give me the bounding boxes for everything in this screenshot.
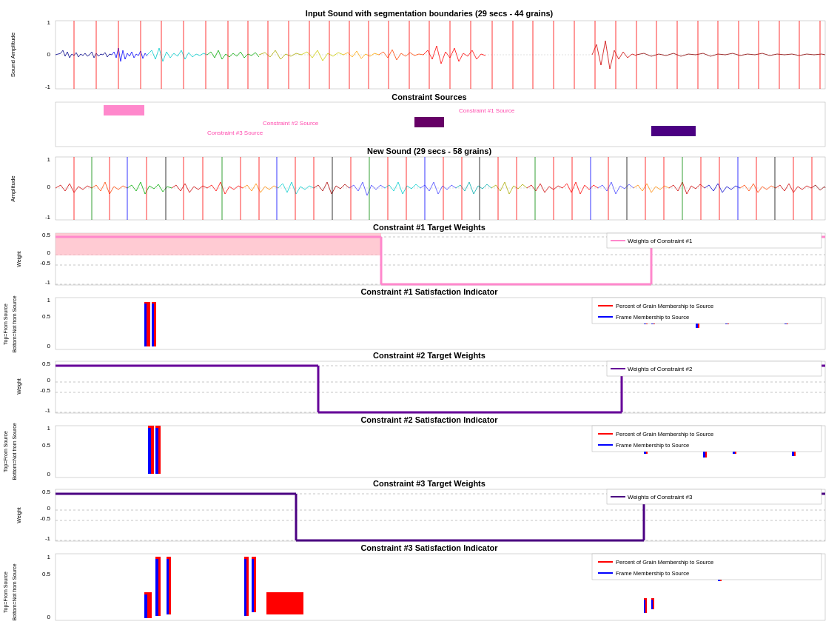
y-label-1: Sound Amplitude — [10, 32, 16, 77]
y-label-3: Amplitude — [10, 175, 16, 202]
c3-sat-blue-1 — [155, 559, 158, 616]
y-axis-3-mid: 0 — [47, 184, 51, 190]
c3-sat-red-6 — [266, 592, 303, 614]
c2-sat-legend-frame: Frame Membership to Source — [616, 442, 689, 449]
y8-m1: -1 — [45, 535, 51, 542]
c3-sat-blue-4 — [244, 559, 246, 616]
y8-m05: -0.5 — [40, 515, 50, 522]
chart4-title: Constraint #1 Target Weights — [373, 223, 485, 232]
chart1-title: Input Sound with segmentation boundaries… — [306, 9, 554, 18]
c1-sat-blue-1 — [144, 304, 147, 346]
y-label-9b: Bottom=Not from Source — [12, 563, 17, 620]
y5-05: 0.5 — [42, 313, 51, 320]
c3-source-label: Constraint #3 Source — [207, 130, 263, 136]
c1-sat-legend-grain: Percent of Grain Membership to Source — [616, 303, 713, 309]
y-axis-1-mid: 0 — [47, 51, 51, 58]
y-label-7a: Top=From Source — [3, 431, 9, 472]
y-label-7b: Bottom=Not from Source — [12, 423, 17, 480]
c3-sat-legend-frame: Frame Membership to Source — [616, 570, 689, 577]
c2-sat-legend-grain: Percent of Grain Membership to Source — [616, 431, 713, 438]
chart2-title: Constraint Sources — [392, 93, 466, 101]
y5-0: 0 — [47, 343, 51, 349]
c3-legend-label: Weights of Constraint #3 — [628, 494, 693, 500]
c2-sat-blue-1 — [148, 428, 151, 474]
c1-source-label: Constraint #1 Source — [459, 107, 515, 114]
y6-0: 0 — [47, 377, 51, 383]
y7-05: 0.5 — [42, 442, 51, 449]
y-label-5a: Top=From Source — [3, 304, 9, 345]
y6-05: 0.5 — [42, 361, 51, 367]
y5-1: 1 — [47, 297, 51, 304]
y-axis-1-bot: -1 — [45, 84, 51, 90]
chart9-title: Constraint #3 Satisfaction Indicator — [360, 543, 498, 552]
y-axis-1-top: 1 — [47, 19, 51, 26]
c1-sat-blue-2 — [152, 304, 154, 346]
y4-m1: -1 — [45, 279, 51, 286]
chart3-title: New Sound (29 secs - 58 grains) — [367, 147, 491, 155]
c1-sat-legend-frame: Frame Membership to Source — [616, 314, 689, 321]
c3-sat-legend-grain: Percent of Grain Membership to Source — [616, 559, 713, 566]
y-label-4: Weight — [16, 251, 22, 267]
constraint3-source-bar — [651, 126, 696, 136]
y4-0: 0 — [47, 249, 51, 256]
c3-sat-blue-bot-1 — [644, 600, 645, 613]
svg-rect-41 — [56, 157, 825, 220]
chart5-title: Constraint #1 Satisfaction Indicator — [360, 287, 498, 296]
y8-05: 0.5 — [42, 489, 51, 495]
y9-0: 0 — [47, 614, 51, 620]
constraint1-source-bar — [104, 105, 144, 115]
c3-sat-blue-bot-2 — [651, 600, 653, 609]
y7-0: 0 — [47, 471, 51, 477]
c2-legend-label: Weights of Constraint #2 — [628, 366, 693, 372]
y-label-6: Weight — [16, 378, 22, 395]
y9-05: 0.5 — [42, 571, 51, 577]
c2-sat-blue-2 — [155, 428, 158, 474]
y6-m05: -0.5 — [40, 387, 50, 394]
y6-m1: -1 — [45, 407, 51, 414]
y-label-5b: Bottom=Not from Source — [12, 295, 17, 352]
c3-sat-blue-2 — [167, 559, 169, 614]
y-axis-3-top: 1 — [47, 156, 51, 163]
y-label-8: Weight — [16, 507, 22, 523]
c2-source-label: Constraint #2 Source — [263, 120, 319, 127]
constraint2-source-bar — [414, 117, 444, 127]
y4-05: 0.5 — [42, 232, 51, 238]
y-label-9a: Top=From Source — [3, 572, 9, 613]
c3-sat-blue-3 — [144, 594, 147, 618]
chart7-title: Constraint #2 Satisfaction Indicator — [360, 415, 498, 424]
y9-1: 1 — [47, 554, 51, 560]
y7-1: 1 — [47, 425, 51, 432]
c3-sat-blue-5 — [252, 559, 254, 612]
y8-0: 0 — [47, 505, 51, 512]
y4-m05: -0.5 — [40, 260, 50, 267]
c1-legend-label: Weights of Constraint #1 — [628, 238, 693, 244]
chart6-title: Constraint #2 Target Weights — [373, 351, 485, 360]
y-axis-3-bot: -1 — [45, 214, 51, 221]
main-container: Input Sound with segmentation boundaries… — [0, 0, 840, 630]
chart8-title: Constraint #3 Target Weights — [373, 479, 485, 488]
